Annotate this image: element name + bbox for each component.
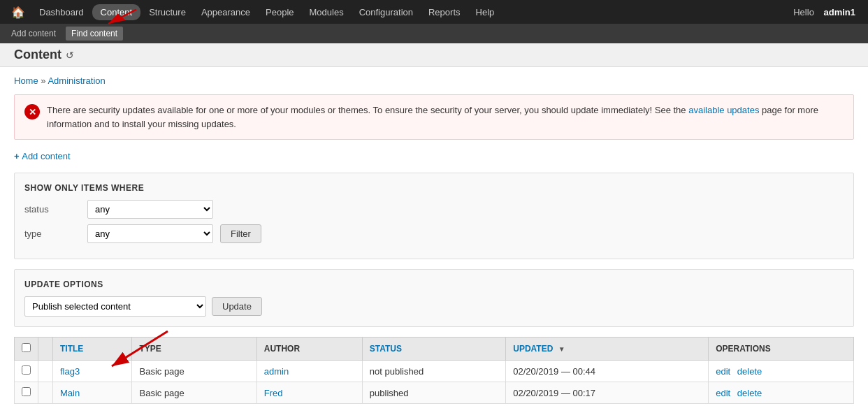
filter-section-title: SHOW ONLY ITEMS WHERE: [24, 183, 844, 193]
row1-operations: edit delete: [709, 361, 854, 382]
add-content-section: Add content: [14, 151, 854, 161]
th-title-link[interactable]: TITLE: [60, 344, 83, 354]
alert-text: There are security updates available for…: [47, 103, 844, 131]
add-content-toolbar-link[interactable]: Add content: [6, 27, 62, 41]
row2-title: Main: [53, 382, 132, 404]
username: admin1: [823, 7, 855, 17]
th-operations-label: OPERATIONS: [716, 344, 770, 354]
row1-select: [15, 361, 38, 382]
th-status-link[interactable]: STATUS: [370, 344, 402, 354]
row2-updated: 02/20/2019 — 00:17: [506, 382, 709, 404]
th-author-label: AUTHOR: [264, 344, 300, 354]
filter-status-select[interactable]: any published not published: [87, 200, 213, 219]
filter-status-row: status any published not published: [24, 200, 844, 219]
row1-delete-link[interactable]: delete: [737, 366, 762, 377]
update-button[interactable]: Update: [212, 297, 262, 316]
filter-button[interactable]: Filter: [220, 224, 261, 243]
th-updated-link[interactable]: UPDATED: [513, 344, 553, 354]
page-title: Content: [14, 48, 62, 62]
th-title: TITLE: [53, 338, 132, 361]
add-content-link[interactable]: Add content: [14, 151, 71, 161]
row2-status: published: [362, 382, 505, 404]
top-nav: 🏠 Dashboard Content Structure Appearance…: [0, 0, 868, 24]
nav-item-help[interactable]: Help: [469, 3, 502, 22]
th-operations: OPERATIONS: [709, 338, 854, 361]
content-table: TITLE TYPE AUTHOR STATUS UPDATED ▼ OPERA…: [14, 337, 854, 404]
row1-title-link[interactable]: flag3: [60, 366, 80, 377]
nav-item-configuration[interactable]: Configuration: [352, 3, 420, 22]
table-header: TITLE TYPE AUTHOR STATUS UPDATED ▼ OPERA…: [15, 338, 854, 361]
nav-item-dashboard[interactable]: Dashboard: [32, 3, 91, 22]
nav-item-people[interactable]: People: [259, 3, 301, 22]
breadcrumb-separator: »: [41, 75, 48, 86]
row2-delete-link[interactable]: delete: [737, 388, 762, 398]
row1-updated: 02/20/2019 — 00:44: [506, 361, 709, 382]
row2-author-link[interactable]: Fred: [264, 388, 283, 398]
nav-item-content[interactable]: Content: [92, 4, 141, 20]
row2-type: Basic page: [132, 382, 256, 404]
alert-error-icon: ✕: [24, 104, 40, 119]
select-all-checkbox[interactable]: [22, 343, 31, 352]
update-section: UPDATE OPTIONS Publish selected content …: [14, 269, 854, 327]
th-status: STATUS: [362, 338, 505, 361]
breadcrumb: Home » Administration: [14, 75, 854, 86]
nav-item-structure[interactable]: Structure: [142, 3, 193, 22]
breadcrumb-home[interactable]: Home: [14, 75, 38, 86]
sort-arrow-icon: ▼: [558, 345, 565, 353]
update-section-title: UPDATE OPTIONS: [24, 280, 844, 289]
filter-type-select[interactable]: any Basic page Article: [87, 224, 213, 243]
row1-author: admin: [256, 361, 362, 382]
row1-status: not published: [362, 361, 505, 382]
update-options-select[interactable]: Publish selected content Unpublish selec…: [24, 296, 206, 317]
home-icon[interactable]: 🏠: [6, 3, 31, 22]
filter-section: SHOW ONLY ITEMS WHERE status any publish…: [14, 173, 854, 259]
th-updated: UPDATED ▼: [506, 338, 709, 361]
th-author: AUTHOR: [256, 338, 362, 361]
filter-status-label: status: [24, 204, 80, 215]
th-select-all: [15, 338, 38, 361]
sub-toolbar: Add content Find content: [0, 24, 868, 43]
row2-select: [15, 382, 38, 404]
row2-operations: edit delete: [709, 382, 854, 404]
row2-checkbox[interactable]: [22, 387, 31, 396]
table-header-row: TITLE TYPE AUTHOR STATUS UPDATED ▼ OPERA…: [15, 338, 854, 361]
row1-type: Basic page: [132, 361, 256, 382]
row2-author: Fred: [256, 382, 362, 404]
row1-author-link[interactable]: admin: [264, 366, 289, 377]
th-empty: [38, 338, 53, 361]
nav-item-reports[interactable]: Reports: [421, 3, 468, 22]
page-header-bar: Content ↺: [0, 43, 868, 67]
alert-box: ✕ There are security updates available f…: [14, 94, 854, 140]
row2-empty: [38, 382, 53, 404]
filter-type-label: type: [24, 229, 80, 239]
nav-item-appearance[interactable]: Appearance: [194, 3, 257, 22]
row1-title: flag3: [53, 361, 132, 382]
row2-edit-link[interactable]: edit: [716, 388, 730, 398]
breadcrumb-current[interactable]: Administration: [48, 75, 105, 86]
row2-title-link[interactable]: Main: [60, 388, 80, 398]
row1-empty: [38, 361, 53, 382]
filter-type-row: type any Basic page Article Filter: [24, 224, 844, 243]
table-row: Main Basic page Fred published 02/20/201…: [15, 382, 854, 404]
row1-checkbox[interactable]: [22, 365, 31, 375]
alert-available-updates-link[interactable]: available updates: [688, 105, 759, 115]
row1-edit-link[interactable]: edit: [716, 366, 730, 377]
find-content-toolbar-link[interactable]: Find content: [66, 27, 123, 41]
table-body: flag3 Basic page admin not published 02/…: [15, 361, 854, 404]
update-row: Publish selected content Unpublish selec…: [24, 296, 844, 317]
nav-item-modules[interactable]: Modules: [303, 3, 351, 22]
table-row: flag3 Basic page admin not published 02/…: [15, 361, 854, 382]
refresh-icon[interactable]: ↺: [66, 50, 74, 61]
hello-text: Hello admin1: [779, 3, 862, 22]
th-type: TYPE: [132, 338, 256, 361]
alert-text-before: There are security updates available for…: [47, 105, 688, 115]
th-type-label: TYPE: [139, 344, 161, 354]
main-content: Home » Administration ✕ There are securi…: [0, 67, 868, 406]
